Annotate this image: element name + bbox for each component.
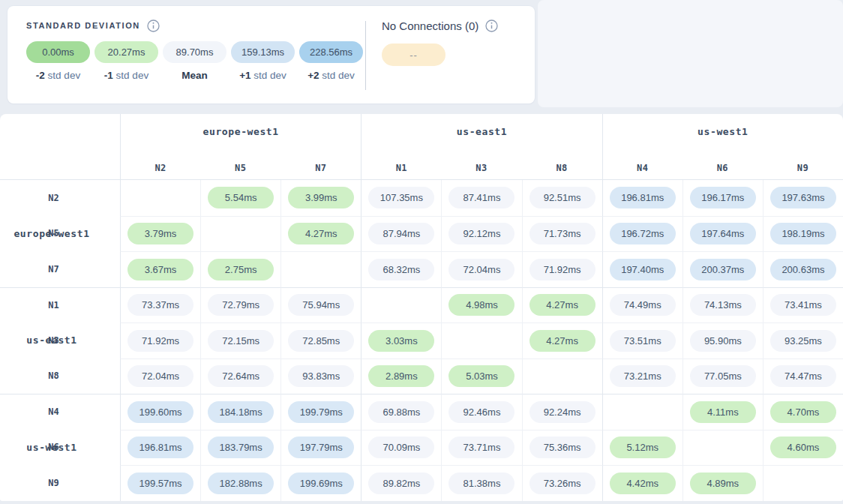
legend-stop-pill: 0.00ms xyxy=(26,41,90,63)
info-icon[interactable] xyxy=(485,20,498,32)
row-label: N4 xyxy=(0,394,120,430)
latency-cell: 72.04ms xyxy=(120,358,200,394)
latency-pill[interactable]: 73.51ms xyxy=(610,330,676,352)
matrix-corner xyxy=(0,156,120,180)
legend-stops: 0.00ms-2 std dev20.27ms-1 std dev89.70ms… xyxy=(26,41,346,81)
latency-pill[interactable]: 70.09ms xyxy=(368,436,434,458)
latency-pill[interactable]: 93.25ms xyxy=(770,330,836,352)
latency-pill[interactable]: 73.37ms xyxy=(128,294,194,316)
latency-pill[interactable]: 72.15ms xyxy=(208,330,274,352)
latency-pill[interactable]: 89.82ms xyxy=(368,472,434,494)
latency-pill[interactable]: 196.81ms xyxy=(128,436,194,458)
latency-pill[interactable]: 198.19ms xyxy=(770,223,836,244)
latency-pill[interactable]: 4.27ms xyxy=(530,330,596,352)
latency-pill[interactable]: 183.79ms xyxy=(208,436,274,458)
latency-pill[interactable]: 87.94ms xyxy=(368,223,434,244)
latency-pill[interactable]: 3.99ms xyxy=(288,187,354,208)
latency-pill[interactable]: 92.51ms xyxy=(530,187,596,208)
latency-pill[interactable]: 4.42ms xyxy=(610,472,676,494)
latency-pill[interactable]: 95.90ms xyxy=(690,330,756,352)
latency-cell: 2.75ms xyxy=(200,251,280,287)
latency-cell: 4.70ms xyxy=(763,394,843,430)
latency-pill[interactable]: 74.49ms xyxy=(610,294,676,316)
latency-pill[interactable]: 182.88ms xyxy=(208,472,274,494)
legend-stop-pill: 20.27ms xyxy=(94,41,158,63)
latency-cell: 73.37ms xyxy=(120,287,200,323)
latency-pill[interactable]: 3.79ms xyxy=(128,223,194,244)
latency-pill[interactable]: 3.67ms xyxy=(128,259,194,280)
legend-title: STANDARD DEVIATION xyxy=(26,21,140,30)
latency-pill[interactable]: 72.64ms xyxy=(208,365,274,387)
latency-pill[interactable]: 75.36ms xyxy=(530,436,596,458)
latency-pill[interactable]: 73.71ms xyxy=(448,436,514,458)
latency-pill[interactable]: 72.79ms xyxy=(208,294,274,316)
node-column-header: N1 xyxy=(361,156,441,180)
node-column-header: N7 xyxy=(280,156,361,180)
latency-pill[interactable]: 5.54ms xyxy=(208,187,274,208)
latency-pill[interactable]: 73.21ms xyxy=(610,365,676,387)
latency-pill[interactable]: 72.04ms xyxy=(128,365,194,387)
latency-matrix: europe-west1us-east1us-west1N2N5N7N1N3N8… xyxy=(0,114,843,501)
latency-pill[interactable]: 71.92ms xyxy=(128,330,194,352)
latency-pill[interactable]: 68.32ms xyxy=(368,259,434,280)
latency-pill[interactable]: 74.13ms xyxy=(690,294,756,316)
latency-cell: 73.21ms xyxy=(602,358,682,394)
latency-cell: 197.63ms xyxy=(763,180,843,216)
latency-pill[interactable]: 4.98ms xyxy=(448,294,514,316)
latency-cell: 92.24ms xyxy=(522,394,602,430)
latency-cell: 107.35ms xyxy=(361,180,441,216)
latency-pill[interactable]: 3.03ms xyxy=(368,330,434,352)
latency-pill[interactable]: 72.85ms xyxy=(288,330,354,352)
latency-pill[interactable]: 4.11ms xyxy=(690,401,756,423)
latency-cell: 196.17ms xyxy=(682,180,763,216)
latency-pill[interactable]: 107.35ms xyxy=(368,187,434,208)
row-label: us-west1N6 xyxy=(0,430,120,466)
node-column-header: N4 xyxy=(602,156,682,180)
latency-pill[interactable]: 72.04ms xyxy=(448,259,514,280)
latency-pill[interactable]: 196.72ms xyxy=(610,223,676,244)
info-icon[interactable] xyxy=(147,20,160,32)
latency-pill[interactable]: 199.57ms xyxy=(128,472,194,494)
latency-pill[interactable]: 73.26ms xyxy=(530,472,596,494)
latency-pill[interactable]: 197.63ms xyxy=(770,187,836,208)
latency-pill[interactable]: 200.37ms xyxy=(690,259,756,280)
latency-pill[interactable]: 200.63ms xyxy=(770,259,836,280)
latency-pill[interactable]: 71.73ms xyxy=(530,223,596,244)
latency-pill[interactable]: 4.27ms xyxy=(288,223,354,244)
node-column-header: N2 xyxy=(120,156,200,180)
latency-pill[interactable]: 4.70ms xyxy=(770,401,836,423)
latency-pill[interactable]: 196.81ms xyxy=(610,187,676,208)
latency-pill[interactable]: 2.75ms xyxy=(208,259,274,280)
latency-pill[interactable]: 4.60ms xyxy=(770,436,836,458)
latency-pill[interactable]: 197.79ms xyxy=(288,436,354,458)
latency-cell: 77.05ms xyxy=(682,358,763,394)
latency-pill[interactable]: 199.69ms xyxy=(288,472,354,494)
latency-pill[interactable]: 93.83ms xyxy=(288,365,354,387)
latency-pill[interactable]: 4.89ms xyxy=(690,472,756,494)
latency-pill[interactable]: 2.89ms xyxy=(368,365,434,387)
latency-pill[interactable]: 69.88ms xyxy=(368,401,434,423)
latency-pill[interactable]: 74.47ms xyxy=(770,365,836,387)
latency-cell xyxy=(200,216,280,252)
latency-pill[interactable]: 4.27ms xyxy=(530,294,596,316)
latency-pill[interactable]: 77.05ms xyxy=(690,365,756,387)
latency-pill[interactable]: 92.12ms xyxy=(448,223,514,244)
latency-cell: 72.15ms xyxy=(200,322,280,358)
latency-pill[interactable]: 92.24ms xyxy=(530,401,596,423)
latency-pill[interactable]: 75.94ms xyxy=(288,294,354,316)
legend-stop: 159.13ms+1 std dev xyxy=(231,41,295,81)
latency-pill[interactable]: 184.18ms xyxy=(208,401,274,423)
latency-pill[interactable]: 81.38ms xyxy=(448,472,514,494)
latency-pill[interactable]: 92.46ms xyxy=(448,401,514,423)
latency-pill[interactable]: 5.12ms xyxy=(610,436,676,458)
latency-pill[interactable]: 5.03ms xyxy=(448,365,514,387)
latency-pill[interactable]: 196.17ms xyxy=(690,187,756,208)
latency-pill[interactable]: 71.92ms xyxy=(530,259,596,280)
latency-pill[interactable]: 87.41ms xyxy=(448,187,514,208)
matrix-corner xyxy=(0,114,120,156)
latency-pill[interactable]: 199.60ms xyxy=(128,401,194,423)
latency-pill[interactable]: 197.40ms xyxy=(610,259,676,280)
latency-pill[interactable]: 199.79ms xyxy=(288,401,354,423)
latency-pill[interactable]: 197.64ms xyxy=(690,223,756,244)
latency-pill[interactable]: 73.41ms xyxy=(770,294,836,316)
